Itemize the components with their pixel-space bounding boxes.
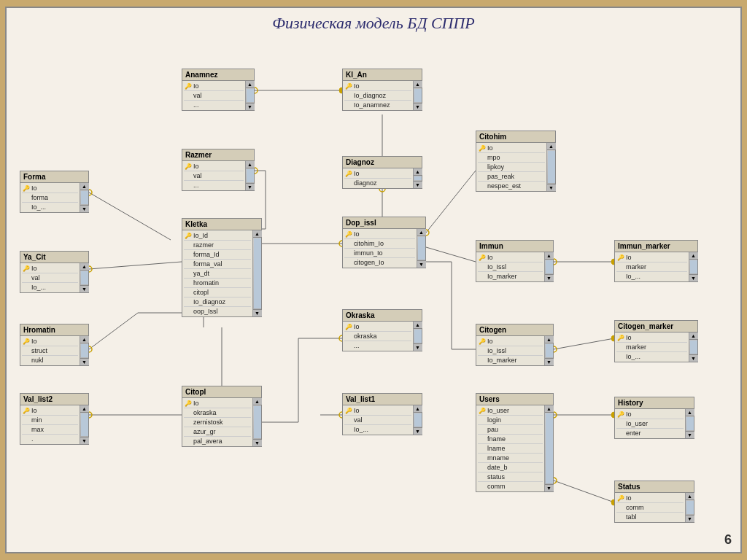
scroll-up-button[interactable]: ▲ xyxy=(547,143,556,150)
table-scrollbar-ya_cit[interactable]: ▲▼ xyxy=(80,263,88,292)
table-scrollbar-citohim[interactable]: ▲▼ xyxy=(546,143,555,191)
table-row: 🔑Io xyxy=(616,410,684,419)
table-row: login xyxy=(478,416,543,425)
table-scrollbar-users[interactable]: ▲▼ xyxy=(544,405,553,491)
scroll-down-button[interactable]: ▼ xyxy=(689,274,698,281)
key-icon: 🔑 xyxy=(617,335,624,341)
scroll-down-button[interactable]: ▼ xyxy=(547,184,556,191)
field-name-label: ... xyxy=(193,101,199,109)
field-name-label: . xyxy=(31,435,34,443)
field-name-label: val xyxy=(354,416,363,424)
svg-line-14 xyxy=(426,247,476,262)
table-dop_issl: Dop_issl🔑Iocitohim_Ioimmun_Iocitogen_Io▲… xyxy=(342,217,426,268)
table-scrollbar-razmer[interactable]: ▲▼ xyxy=(245,161,254,190)
scroll-track xyxy=(414,330,422,343)
table-scrollbar-forma[interactable]: ▲▼ xyxy=(80,183,88,212)
table-scrollbar-citogen_marker[interactable]: ▲▼ xyxy=(689,332,697,362)
table-row: Io_... xyxy=(344,425,411,434)
field-name-label: zernistosk xyxy=(193,419,223,426)
table-fields-immun: 🔑IoIo_IsslIo_marker xyxy=(476,252,544,281)
scroll-up-button[interactable]: ▲ xyxy=(414,405,422,413)
field-name-label: Io xyxy=(626,334,632,341)
scroll-up-button[interactable]: ▲ xyxy=(545,336,554,343)
scroll-down-button[interactable]: ▼ xyxy=(80,437,89,444)
scroll-up-button[interactable]: ▲ xyxy=(417,229,426,236)
table-scrollbar-val_list2[interactable]: ▲▼ xyxy=(80,405,88,444)
table-scrollbar-immun_marker[interactable]: ▲▼ xyxy=(689,252,697,281)
table-scrollbar-hromatin[interactable]: ▲▼ xyxy=(80,336,88,365)
scroll-up-button[interactable]: ▲ xyxy=(80,263,89,271)
table-row: 🔑Io xyxy=(22,264,78,273)
scroll-up-button[interactable]: ▲ xyxy=(414,168,422,176)
scroll-down-button[interactable]: ▼ xyxy=(689,354,698,362)
key-icon: 🔑 xyxy=(23,408,30,414)
scroll-down-button[interactable]: ▼ xyxy=(414,103,422,110)
table-row: 🔑Io xyxy=(22,406,78,416)
field-name-label: nukl xyxy=(31,357,44,364)
table-scrollbar-kl_an[interactable]: ▲▼ xyxy=(413,81,422,110)
scroll-up-button[interactable]: ▲ xyxy=(686,493,694,500)
scroll-down-button[interactable]: ▼ xyxy=(545,358,554,365)
scroll-up-button[interactable]: ▲ xyxy=(246,161,255,168)
scroll-down-button[interactable]: ▼ xyxy=(80,358,89,365)
scroll-up-button[interactable]: ▲ xyxy=(253,230,262,238)
table-scrollbar-status[interactable]: ▲▼ xyxy=(685,493,694,522)
scroll-down-button[interactable]: ▼ xyxy=(253,439,262,446)
scroll-down-button[interactable]: ▼ xyxy=(686,515,694,522)
scroll-down-button[interactable]: ▼ xyxy=(246,103,255,110)
table-scrollbar-kletka[interactable]: ▲▼ xyxy=(252,230,261,316)
scroll-down-button[interactable]: ▼ xyxy=(246,183,255,190)
scroll-up-button[interactable]: ▲ xyxy=(686,409,694,416)
scroll-up-button[interactable]: ▲ xyxy=(253,398,262,405)
scroll-down-button[interactable]: ▼ xyxy=(253,309,262,316)
scroll-down-button[interactable]: ▼ xyxy=(545,484,554,491)
table-scrollbar-okraska[interactable]: ▲▼ xyxy=(413,322,422,351)
scroll-up-button[interactable]: ▲ xyxy=(80,183,89,190)
table-row: comm xyxy=(616,503,684,513)
table-row: pau xyxy=(478,425,543,435)
table-scrollbar-citopl[interactable]: ▲▼ xyxy=(252,398,261,446)
table-anamnez: Anamnez🔑Ioval...▲▼ xyxy=(182,69,255,111)
table-body-ya_cit: 🔑IovalIo_...▲▼ xyxy=(20,263,88,292)
table-row: forma xyxy=(22,193,78,203)
field-name-label: Io_... xyxy=(31,284,46,291)
table-scrollbar-citogen[interactable]: ▲▼ xyxy=(544,336,553,365)
scroll-down-button[interactable]: ▼ xyxy=(417,260,426,268)
scroll-up-button[interactable]: ▲ xyxy=(246,81,255,88)
field-name-label: Io_user xyxy=(487,407,509,414)
scroll-track xyxy=(247,89,254,102)
table-row: 🔑Io xyxy=(344,322,411,332)
field-name-label: Io xyxy=(626,411,632,418)
field-name-label: fname xyxy=(487,435,506,443)
table-scrollbar-dop_issl[interactable]: ▲▼ xyxy=(417,229,425,268)
table-scrollbar-immun[interactable]: ▲▼ xyxy=(544,252,553,281)
scroll-up-button[interactable]: ▲ xyxy=(414,322,422,329)
scroll-down-button[interactable]: ▼ xyxy=(686,431,694,438)
table-scrollbar-diagnoz[interactable]: ▲▼ xyxy=(413,168,422,188)
table-body-hromatin: 🔑Iostructnukl▲▼ xyxy=(20,336,88,365)
table-row: okraska xyxy=(344,332,411,341)
table-scrollbar-val_list1[interactable]: ▲▼ xyxy=(413,405,422,435)
scroll-up-button[interactable]: ▲ xyxy=(80,405,89,413)
scroll-down-button[interactable]: ▼ xyxy=(414,343,422,351)
scroll-down-button[interactable]: ▼ xyxy=(545,274,554,281)
scroll-down-button[interactable]: ▼ xyxy=(414,427,422,435)
scroll-up-button[interactable]: ▲ xyxy=(689,252,698,260)
scroll-down-button[interactable]: ▼ xyxy=(414,181,422,188)
table-scrollbar-anamnez[interactable]: ▲▼ xyxy=(245,81,254,110)
scroll-up-button[interactable]: ▲ xyxy=(689,332,698,340)
scroll-up-button[interactable]: ▲ xyxy=(545,405,554,413)
table-scrollbar-history[interactable]: ▲▼ xyxy=(685,409,694,438)
scroll-up-button[interactable]: ▲ xyxy=(545,252,554,260)
field-name-label: lname xyxy=(487,445,506,452)
table-row: min xyxy=(22,416,78,425)
scroll-down-button[interactable]: ▼ xyxy=(80,285,89,292)
table-row: marker xyxy=(616,262,687,272)
table-header-status: Status xyxy=(615,481,694,493)
table-header-history: History xyxy=(615,397,694,409)
scroll-up-button[interactable]: ▲ xyxy=(80,336,89,343)
table-body-immun: 🔑IoIo_IsslIo_marker▲▼ xyxy=(476,252,553,281)
scroll-down-button[interactable]: ▼ xyxy=(80,205,89,212)
scroll-up-button[interactable]: ▲ xyxy=(414,81,422,88)
key-icon: 🔑 xyxy=(479,254,486,261)
